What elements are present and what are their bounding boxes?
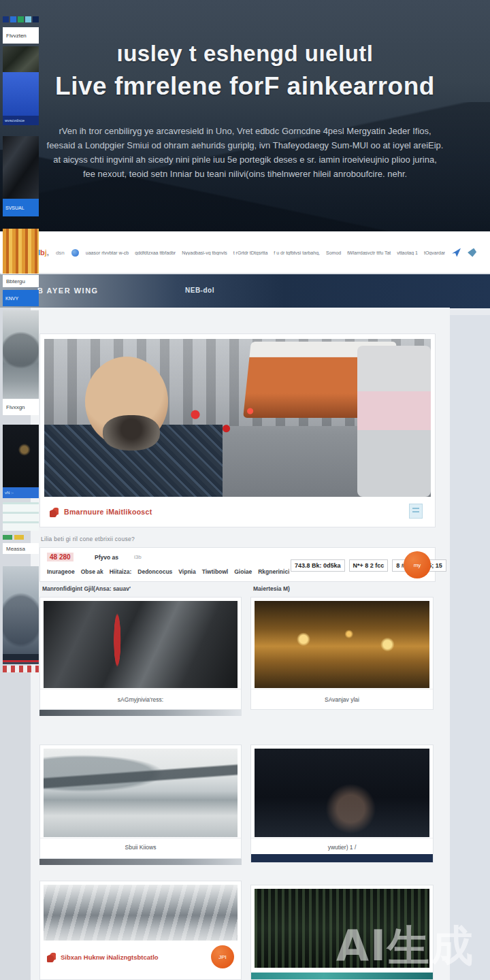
sidebar-thumb-dark[interactable]: SVSUAL	[3, 136, 39, 216]
metric-box: 743.8 Bk: 0d5ka	[291, 559, 345, 572]
card-image-canopy	[44, 749, 238, 837]
sidebar-blue-button-2[interactable]: KNVY	[3, 290, 39, 306]
thumb-dark-image	[3, 136, 39, 199]
toolbar-tab-secondary[interactable]: i3b	[134, 554, 142, 560]
thumb-dark-bar-red-line	[3, 654, 39, 662]
toolbar-link[interactable]: Dedoncocus	[137, 568, 172, 575]
sidebar-thumb-blue-tarp[interactable]: wvscvdxce	[3, 46, 39, 125]
hero-title-line1: ıusley t eshengd uıelutl	[0, 41, 490, 67]
card-caption[interactable]: ywutier) 1 /	[251, 838, 433, 855]
toolbar-links: Inurageoe Obse ak Hiitaiza: Dedoncocus V…	[47, 568, 289, 575]
filter-toolbar: 48 280 Pfyvo as i3b Inurageoe Obse ak Hi…	[39, 547, 436, 582]
sidebar-caption: Meassa	[3, 543, 39, 554]
toolbar-link[interactable]: Tiwtibowl	[202, 568, 229, 575]
sidebar-social-icons	[3, 16, 39, 23]
feature-caption-row: Bmarnuure iMaitlikoosct	[44, 500, 431, 524]
orange-circle-button[interactable]: JPI	[211, 945, 234, 968]
badge-icon-navy[interactable]	[3, 16, 9, 22]
metric-box: N*+ 8 2 fcc	[349, 559, 389, 572]
hero-title-line2: Live fmrelene forF ainkearrond	[0, 72, 490, 101]
section-label-right: Maiertesia M)	[253, 585, 290, 592]
feature-caption[interactable]: Bmarnuure iMaitlikoosct	[64, 508, 152, 516]
toolbar-link[interactable]: Hiitaiza:	[110, 568, 132, 575]
menu-item[interactable]: gddfdtzxaa ttbfadbr	[135, 250, 176, 255]
toolbar-link[interactable]: Inurageoe	[47, 568, 75, 575]
card-caption[interactable]: Sibxan Huknw iNalizngtsbtcatlo	[61, 953, 197, 961]
card-caption[interactable]: Sbuii Kiiows	[40, 838, 241, 855]
sidebar-blue-bar: vN :-	[3, 487, 39, 498]
card-shadow-strip	[39, 859, 242, 865]
badge-icon-sky[interactable]	[25, 16, 31, 22]
sidebar-caption: Flvxxgn	[3, 399, 39, 415]
sidebar-badges	[3, 535, 39, 540]
sidebar-thumb-fireworks[interactable]	[3, 425, 39, 487]
sidebar-thumb-orange-stripes[interactable]	[3, 229, 39, 274]
site-logo[interactable]: Ibj,	[38, 248, 49, 257]
menu-item[interactable]: Nyyadbasi-vg tbgnvls	[182, 250, 227, 255]
brand-label[interactable]: B AYER WING	[37, 287, 99, 295]
menu-item[interactable]: t rGrtdr tDtgsrtta	[233, 250, 268, 255]
hero-paragraph-line4: fee nexout, teoid setn Inniar bu teani n…	[14, 167, 476, 181]
browser-toolbar-row: Ibj, dsn uaasor rtvvbtar w-cb gddfdtzxaa…	[38, 244, 479, 261]
list-icon-lines	[412, 508, 419, 514]
stat-badge: 48 280	[47, 553, 74, 561]
badge-icon-blue[interactable]	[10, 16, 16, 22]
sidebar-caption: Bbtergu	[3, 275, 39, 287]
grid-card-railway[interactable]: Sibxan Huknw iNalizngtsbtcatlo JPI	[39, 881, 242, 980]
photo-man-beard	[103, 415, 160, 451]
menu-item[interactable]: Somod	[326, 250, 341, 255]
grid-card-industrial[interactable]: sAGmyjnivia'ress:	[39, 597, 242, 710]
sidebar-header: Flvvzten	[3, 27, 39, 44]
menu-item[interactable]: vttaotag 1	[397, 250, 418, 255]
right-sidebar: Flvvzten wvscvdxce SVSUAL Bbtergu KNVY F…	[0, 0, 39, 672]
toolbar-link[interactable]: Rkgnerinicio	[258, 568, 289, 575]
grid-card-canopy[interactable]: Sbuii Kiiows	[39, 745, 242, 859]
card-caption[interactable]: SAvanjav ylai	[251, 689, 433, 709]
sidebar-list-rows	[3, 502, 39, 531]
badge-icon-dark[interactable]	[33, 16, 39, 22]
question-line: Lilia beti gi ril cone etbrixii couse?	[41, 536, 135, 542]
thumb-caption-bar: wvscvdxce	[3, 116, 39, 125]
share-icon[interactable]	[468, 248, 476, 257]
menu-item[interactable]: tOgvardar	[424, 250, 445, 255]
card-image-railway	[44, 885, 238, 941]
sidebar-thumb-mountain[interactable]	[3, 310, 39, 399]
navy-tab-bar: B AYER WING NEB-dol	[0, 274, 490, 308]
hero-section: ıusley t eshengd uıelutl Live fmrelene f…	[0, 0, 490, 231]
menu-item[interactable]: f u dr tgfbtvsi tarbahg,	[274, 250, 320, 255]
photo-person-right	[357, 346, 431, 497]
badge-icon-green[interactable]	[18, 16, 24, 22]
badge-yellow	[14, 535, 24, 540]
berry-icon	[50, 507, 59, 517]
card-shadow-strip	[39, 710, 242, 716]
toolbar-link[interactable]: Vipnia	[178, 568, 195, 575]
list-icon[interactable]	[409, 504, 423, 519]
feature-card: Bmarnuure iMaitlikoosct	[39, 333, 436, 527]
grid-card-night-city[interactable]: SAvanjav ylai	[250, 597, 434, 710]
card-image-industrial	[44, 601, 238, 688]
hero-paragraph-line3: at aicyss chti ingvinil ah sicedy nini p…	[14, 152, 476, 167]
toolbar-tab[interactable]: Pfyvo as	[95, 554, 118, 561]
card-image-dark-portrait	[255, 749, 429, 837]
menu-item[interactable]: tWlarrdasvctr ttfu Tat	[347, 250, 391, 255]
orange-action-button[interactable]: my	[404, 551, 431, 578]
hero-paragraph-line2: feesaid a Londpgier Smiui od ohram aehur…	[14, 138, 476, 152]
send-icon[interactable]	[452, 248, 461, 257]
sidebar-thumb-bridge[interactable]	[3, 566, 39, 664]
card-caption[interactable]: sAGmyjnivia'ress:	[40, 689, 241, 709]
tab-neb-dol[interactable]: NEB-dol	[185, 287, 214, 294]
feature-photo[interactable]	[44, 339, 431, 497]
toolbar-link[interactable]: Obse ak	[81, 568, 103, 575]
section-label-left: Manronfidigint Gjil(Ansa: sauav'	[42, 585, 131, 592]
page: ıusley t eshengd uıelutl Live fmrelene f…	[0, 0, 490, 980]
hero-paragraph-line1: rVen ih tror cenbiliryg ye arcavresield …	[14, 124, 476, 138]
menu-item[interactable]: uaasor rtvvbtar w-cb	[86, 250, 129, 255]
grid-card-dark-portrait[interactable]: ywutier) 1 /	[250, 745, 434, 863]
home-icon[interactable]	[71, 249, 79, 257]
navy-footer-strip	[251, 854, 433, 862]
browser-toolbar: Ibj, dsn uaasor rtvvbtar w-cb gddfdtzxaa…	[0, 231, 490, 274]
browser-menu: uaasor rtvvbtar w-cb gddfdtzxaa ttbfadbr…	[86, 250, 445, 255]
sidebar-blue-button[interactable]: SVSUAL	[3, 199, 39, 216]
toolbar-link[interactable]: Gioiae	[234, 568, 252, 575]
logo-subtext: dsn	[56, 250, 65, 256]
